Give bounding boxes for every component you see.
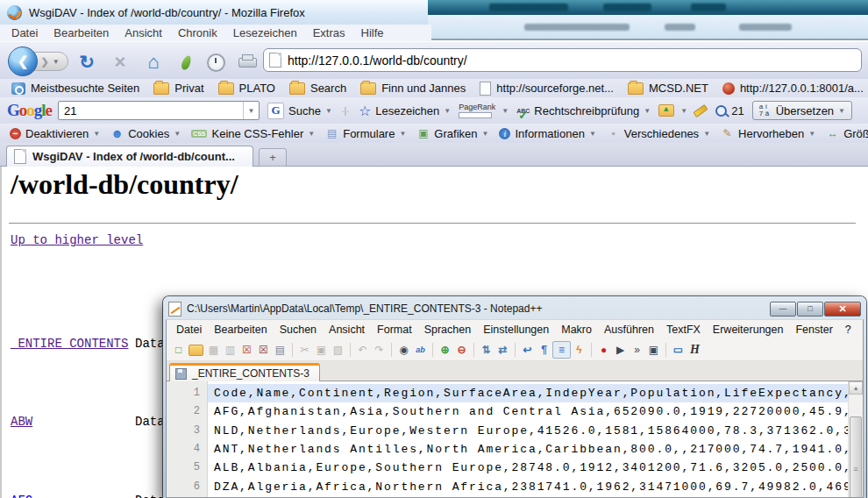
menu-item[interactable]: ? — [839, 323, 857, 337]
separator-icon[interactable] — [665, 343, 666, 357]
bookmark-item[interactable]: http://127.0.0.1:8001/a... — [715, 82, 868, 95]
google-bookmarks-button[interactable]: ☆Lesezeichen▼ — [357, 103, 452, 119]
editor-area[interactable]: 1 Code,Name,Continent,Region,SurfaceArea… — [167, 381, 863, 497]
editor-line[interactable]: 6 DZA,Algeria,Africa,Northern Africa,238… — [167, 478, 849, 496]
close-button[interactable]: ✕ — [824, 302, 861, 317]
word-wrap-icon[interactable]: ↩ — [519, 342, 536, 358]
firefox-titlebar[interactable]: WsgiDAV - Index of /world-db/country/ - … — [0, 0, 428, 25]
bookmark-item[interactable]: Meistbesuchte Seiten — [4, 82, 146, 95]
search-dropdown-icon[interactable]: ▼ — [243, 102, 259, 119]
vertical-scrollbar[interactable]: ▲ ≡ — [848, 381, 863, 497]
pagerank-widget[interactable]: PageRank — [459, 103, 495, 118]
menu-item[interactable]: Fenster — [789, 323, 838, 337]
indent-guide-icon[interactable]: ≡ — [552, 341, 571, 359]
bookmark-item[interactable]: MCSD.NET — [621, 82, 715, 95]
menu-item[interactable]: Sprachen — [418, 323, 478, 337]
webdev-item[interactable]: ▪ Verschiedenes ▼ — [602, 127, 715, 140]
menu-item[interactable]: TextFX — [660, 323, 707, 337]
listing-link[interactable]: _ENTIRE_CONTENTS — [11, 334, 135, 353]
translate-button[interactable]: aí7ä Übersetzen▼ — [752, 101, 852, 120]
doc-switcher-icon[interactable]: ϟ — [571, 342, 587, 358]
print-button[interactable] — [236, 53, 259, 72]
menu-item[interactable]: Makro — [555, 323, 598, 337]
document-tab[interactable]: _ENTIRE_CONTENTS-3 — [169, 363, 320, 381]
editor-line[interactable]: 3 NLD,Netherlands,Europe,Western Europe,… — [167, 422, 849, 440]
save-all-icon[interactable]: ▥ — [222, 342, 238, 358]
replace-icon[interactable]: ab — [412, 342, 429, 358]
menu-item[interactable]: Bearbeiten — [46, 25, 117, 40]
back-button[interactable]: ❮ — [8, 46, 38, 76]
notepadpp-titlebar[interactable]: C:\Users\Martin\AppData\Local\Temp\_ENTI… — [166, 298, 864, 319]
editor-line[interactable]: 4 ANT,Netherlands Antilles,North America… — [167, 440, 849, 459]
save-icon[interactable]: ▦ — [205, 342, 222, 358]
home-button[interactable]: ⌂ — [142, 53, 165, 72]
webdev-item[interactable]: − Deaktivieren ▼ — [5, 127, 104, 140]
menu-item[interactable]: Hilfe — [353, 25, 392, 40]
sync-horizontal-icon[interactable]: ⇄ — [494, 342, 511, 358]
feed-button[interactable] — [174, 53, 197, 72]
menu-item[interactable]: Lesezeichen — [225, 25, 305, 40]
play-macro-icon[interactable]: ▶ — [612, 342, 629, 358]
copy-icon[interactable]: ▣ — [313, 342, 330, 358]
url-input[interactable] — [288, 53, 861, 68]
webdev-item[interactable]: ▤ Formulare ▼ — [321, 127, 410, 140]
scroll-up-icon[interactable]: ▲ — [849, 381, 863, 395]
separator-icon[interactable] — [292, 343, 293, 357]
webdev-item[interactable]: ✎ Hervorheben ▼ — [716, 127, 820, 140]
bookmark-item[interactable]: Privat — [146, 82, 210, 95]
webdev-item[interactable]: i Informationen ▼ — [494, 127, 600, 140]
up-to-higher-level-link[interactable]: Up to higher level — [11, 233, 143, 247]
listing-link[interactable]: ABW — [11, 412, 135, 431]
google-search-input[interactable] — [59, 104, 243, 117]
listing-link[interactable]: AFG — [11, 491, 135, 498]
cut-icon[interactable]: ✂ — [296, 342, 313, 358]
menu-item[interactable]: Erweiterungen — [707, 323, 790, 337]
separator-icon[interactable] — [391, 343, 392, 357]
google-search-button[interactable]: GSuche▼ — [266, 103, 334, 119]
menu-item[interactable]: Chronik — [170, 25, 225, 40]
menu-item[interactable]: Extras — [305, 25, 353, 40]
highlight-count[interactable]: 21 — [714, 104, 745, 117]
reload-button[interactable]: ↻ — [75, 53, 98, 72]
open-folder-icon[interactable] — [189, 345, 203, 356]
show-all-characters-icon[interactable]: ¶ — [536, 342, 552, 358]
webdev-item[interactable]: ▣ Grafiken ▼ — [412, 127, 493, 140]
separator-icon[interactable] — [350, 343, 351, 357]
webdev-item[interactable]: ↔ Größe ▼ — [822, 127, 868, 140]
menu-item[interactable]: Datei — [4, 25, 46, 40]
history-dropdown-icon[interactable]: ▼ — [53, 58, 60, 66]
menu-item[interactable]: Einstellungen — [477, 323, 555, 337]
print-icon[interactable]: ▤ — [272, 342, 288, 358]
highlighter-icon[interactable] — [694, 104, 708, 117]
send-to-icon[interactable] — [658, 104, 674, 117]
bookmark-item[interactable]: Search — [282, 82, 353, 95]
separator-icon[interactable] — [432, 343, 433, 357]
separator-icon[interactable] — [591, 343, 592, 357]
mdi-close-button[interactable]: X — [857, 323, 864, 337]
record-macro-icon[interactable]: ● — [595, 342, 612, 358]
minimize-button[interactable]: — — [770, 302, 796, 317]
paste-icon[interactable]: ▧ — [330, 342, 346, 358]
monitor-icon[interactable]: ▭ — [670, 342, 687, 358]
history-button[interactable] — [204, 53, 227, 72]
sync-vertical-icon[interactable]: ⇅ — [478, 342, 494, 358]
menu-item[interactable]: Ausführen — [598, 323, 660, 337]
menu-item[interactable]: Ansicht — [117, 25, 170, 40]
scrollbar-thumb[interactable]: ≡ — [850, 416, 862, 497]
menu-item[interactable]: Format — [371, 323, 418, 337]
menu-item[interactable]: Datei — [170, 323, 208, 337]
bookmark-item[interactable]: http://sourceforge.net... — [473, 82, 621, 96]
zoom-in-icon[interactable]: ⊕ — [437, 342, 453, 358]
send-to-dropdown-icon[interactable]: ▼ — [680, 107, 687, 115]
webdev-item[interactable]: ☻ Cookies ▼ — [106, 127, 185, 140]
undo-icon[interactable]: ↶ — [354, 342, 371, 358]
close-all-icon[interactable]: ☒ — [255, 342, 272, 358]
bookmark-item[interactable]: Finn und Jannes — [353, 82, 473, 95]
editor-line[interactable]: 5 ALB,Albania,Europe,Southern Europe,287… — [167, 459, 849, 477]
menu-item[interactable]: Ansicht — [323, 323, 371, 337]
zoom-out-icon[interactable]: ⊖ — [453, 342, 470, 358]
separator-icon[interactable] — [515, 343, 516, 357]
spellcheck-button[interactable]: ABCRechtschreibprüfung▼ — [515, 104, 652, 117]
url-bar[interactable] — [263, 48, 862, 72]
separator-icon[interactable] — [473, 343, 474, 357]
